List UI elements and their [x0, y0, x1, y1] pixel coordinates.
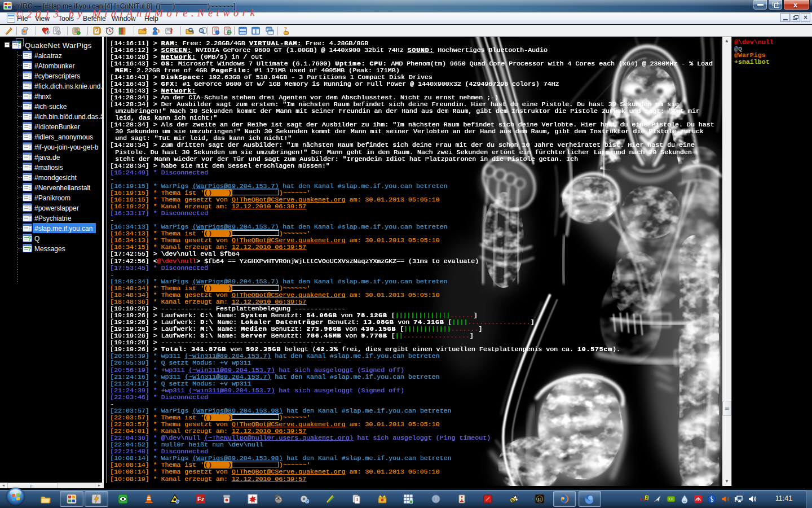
- svg-text:Fz: Fz: [197, 496, 205, 502]
- svg-text:U: U: [538, 497, 542, 502]
- svg-text:2: 2: [646, 496, 648, 500]
